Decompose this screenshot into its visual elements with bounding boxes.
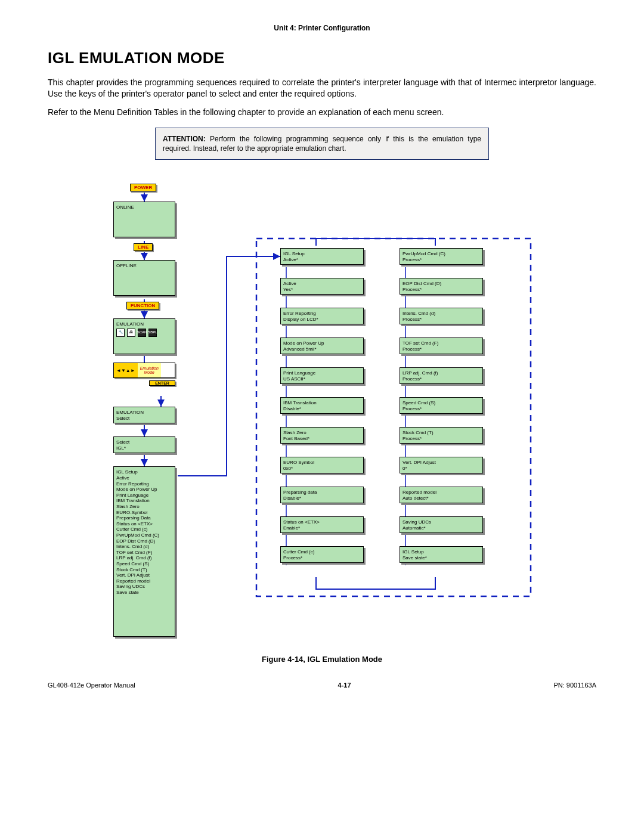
igl-setup-item: Status on <ETX>: [116, 521, 172, 527]
power-button[interactable]: POWER: [130, 184, 156, 191]
menu-node-value: Save state*: [402, 555, 480, 561]
igl-setup-item: EURO-Symbol: [116, 510, 172, 516]
attention-box: ATTENTION: Perform the following program…: [155, 128, 489, 160]
igl-setup-item: Error Reporting: [116, 481, 172, 487]
line-button[interactable]: LINE: [134, 243, 153, 251]
igl-setup-item: LRP adj. Cmd (f): [116, 555, 172, 561]
menu-node-title: Error Reporting: [283, 311, 361, 317]
menu-node-title: IGL Setup: [402, 549, 480, 555]
igl-setup-item: Stock Cmd (T): [116, 567, 172, 573]
menu-node-value: 0*: [402, 466, 480, 472]
unit-header: Unit 4: Printer Configuration: [48, 24, 596, 32]
menu-node-value: Auto detect*: [402, 496, 480, 501]
printer-icon: 🖶: [127, 329, 135, 337]
menu-node: Print LanguageUS ASCII*: [280, 367, 364, 384]
menu-node-value: Process*: [402, 257, 480, 263]
menu-node-value: Disable*: [283, 496, 361, 501]
scan-icon: SCAN: [138, 329, 146, 337]
igl-setup-item: Preparsing Data: [116, 515, 172, 521]
igl-setup-item: Intens. Cmd (d): [116, 544, 172, 550]
menu-node-value: Advanced 5mil*: [283, 346, 361, 352]
igl-setup-item: Speed Cmd (S): [116, 561, 172, 567]
igl-setup-item: Cutter Cmd (c): [116, 527, 172, 532]
igl-setup-item: Saving UDCs: [116, 584, 172, 590]
igl-setup-item: Vert. DPI Adjust: [116, 572, 172, 578]
menu-node: LRP adj. Cmd (f)Process*: [400, 367, 483, 384]
menu-node: IBM TranslationDisable*: [280, 397, 364, 414]
igl-setup-item: IBM Translation: [116, 498, 172, 504]
enter-button[interactable]: ENTER: [149, 380, 175, 386]
menu-node-title: Cutter Cmd (c): [283, 549, 361, 555]
intro-paragraph-2: Refer to the Menu Definition Tables in t…: [48, 107, 596, 118]
menu-node-title: Print Language: [283, 370, 361, 376]
emulation-icons: 🔧 🖶 SCAN SBPL: [116, 329, 172, 337]
menu-node-value: Process*: [402, 406, 480, 412]
menu-node: EURO Symbol0x0*: [280, 457, 364, 473]
menu-node-title: EURO Symbol: [283, 460, 361, 466]
menu-node: Mode on Power UpAdvanced 5mil*: [280, 337, 364, 354]
menu-node: Status on <ETX>Enable*: [280, 516, 364, 533]
arrow-keys-icon: ◄▼▲►: [116, 368, 135, 373]
menu-node-value: US ASCII*: [283, 376, 361, 382]
menu-node: Slash ZeroFont Based*: [280, 427, 364, 444]
menu-node-value: Process*: [402, 346, 480, 352]
menu-node-value: Font Based*: [283, 436, 361, 442]
igl-setup-item: EOP Dist Cmd (D): [116, 538, 172, 544]
footer-left: GL408-412e Operator Manual: [48, 682, 135, 689]
menu-node: IGL SetupSave state*: [400, 546, 483, 563]
menu-node-title: Intens. Cmd (d): [402, 311, 480, 317]
menu-node: TOF set Cmd (F)Process*: [400, 337, 483, 354]
select-igl-node: Select IGL*: [113, 436, 175, 453]
attention-text: Perform the following programming sequen…: [163, 135, 481, 153]
menu-node: PwrUpMod Cmd (C)Process*: [400, 248, 483, 265]
menu-node-title: EOP Dist Cmd (D): [402, 281, 480, 287]
menu-node-value: Process*: [402, 436, 480, 442]
sbpl-icon: SBPL: [148, 329, 157, 337]
igl-setup-item: Save state: [116, 590, 172, 596]
igl-setup-item: Mode on Power Up: [116, 487, 172, 493]
menu-node-title: PwrUpMod Cmd (C): [402, 251, 480, 257]
igl-setup-item: TOF set Cmd (F): [116, 550, 172, 556]
igl-setup-item: Reported model: [116, 578, 172, 584]
igl-setup-list-node: IGL Setup ActiveError ReportingMode on P…: [113, 466, 175, 637]
menu-node: Intens. Cmd (d)Process*: [400, 308, 483, 324]
wrench-icon: 🔧: [116, 329, 125, 337]
figure-caption: Figure 4-14, IGL Emulation Mode: [48, 655, 596, 664]
igl-setup-item: PwrUpMod Cmd (C): [116, 532, 172, 538]
igl-setup-item: Print Language: [116, 493, 172, 498]
menu-node-value: Process*: [402, 376, 480, 382]
page-footer: GL408-412e Operator Manual 4-17 PN: 9001…: [48, 682, 596, 689]
menu-node-title: Active: [283, 281, 361, 287]
menu-node: Saving UDCsAutomatic*: [400, 516, 483, 533]
menu-node: ActiveYes*: [280, 278, 364, 295]
menu-node-value: Process*: [283, 555, 361, 561]
menu-node-value: 0x0*: [283, 466, 361, 472]
menu-node-value: Disable*: [283, 406, 361, 412]
offline-node: OFFLINE: [113, 260, 175, 296]
menu-node-title: Mode on Power Up: [283, 340, 361, 346]
igl-setup-item: Active: [116, 475, 172, 481]
online-node: ONLINE: [113, 202, 175, 237]
menu-node: IGL SetupActive*: [280, 248, 364, 265]
igl-setup-item: Slash Zero: [116, 504, 172, 510]
menu-node: Error ReportingDisplay on LCD*: [280, 308, 364, 324]
menu-node-title: Stock Cmd (T): [402, 430, 480, 436]
footer-right: PN: 9001163A: [553, 682, 596, 689]
nav-emulation-mode[interactable]: ◄▼▲► Emulation Mode: [113, 363, 175, 378]
menu-node-title: IBM Translation: [283, 400, 361, 406]
menu-node: Vert. DPI Adjust0*: [400, 457, 483, 473]
menu-node: Speed Cmd (S)Process*: [400, 397, 483, 414]
emulation-node: EMULATION 🔧 🖶 SCAN SBPL: [113, 318, 175, 354]
menu-node-value: Active*: [283, 257, 361, 263]
menu-node-value: Yes*: [283, 287, 361, 293]
menu-node-value: Process*: [402, 287, 480, 293]
menu-node-title: TOF set Cmd (F): [402, 340, 480, 346]
page-title: Igl Emulation Mode: [48, 49, 596, 67]
menu-node: Stock Cmd (T)Process*: [400, 427, 483, 444]
menu-node-value: Automatic*: [402, 525, 480, 531]
flowchart: POWER ONLINE LINE OFFLINE FUNCTION EMULA…: [101, 184, 543, 643]
menu-node: Cutter Cmd (c)Process*: [280, 546, 364, 563]
function-button[interactable]: FUNCTION: [126, 302, 159, 309]
menu-node-title: Vert. DPI Adjust: [402, 460, 480, 466]
menu-node-title: Preparsing data: [283, 490, 361, 496]
